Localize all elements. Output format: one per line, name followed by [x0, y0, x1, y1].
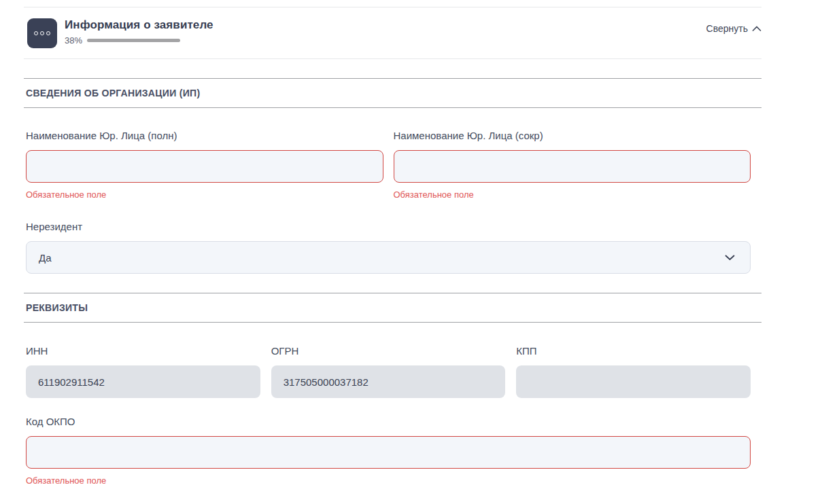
chevron-up-icon [752, 23, 761, 34]
ellipsis-icon [27, 18, 57, 48]
ellipsis-dot [40, 31, 44, 35]
inn-label: ИНН [26, 345, 260, 357]
ellipsis-dot [34, 31, 38, 35]
page-title: Информация о заявителе [65, 18, 213, 32]
field-org-full-name: Наименование Юр. Лица (полн) Обязательно… [26, 130, 383, 200]
section-head-organization: СВЕДЕНИЯ ОБ ОРГАНИЗАЦИИ (ИП) [24, 78, 761, 108]
org-full-name-label: Наименование Юр. Лица (полн) [26, 130, 383, 141]
org-short-name-label: Наименование Юр. Лица (сокр) [394, 130, 751, 141]
organization-fields: Наименование Юр. Лица (полн) Обязательно… [26, 130, 751, 274]
kpp-input [516, 365, 751, 398]
collapse-label: Свернуть [706, 23, 748, 34]
org-name-row: Наименование Юр. Лица (полн) Обязательно… [26, 130, 751, 200]
org-full-name-input[interactable] [26, 150, 383, 183]
progress-row: 38% [65, 35, 213, 46]
applicant-form-page: Информация о заявителе 38% Свернуть СВЕД… [24, 0, 761, 504]
nonresident-value: Да [39, 252, 52, 264]
field-okpo: Код ОКПО Обязательное поле [26, 416, 751, 486]
collapse-button[interactable]: Свернуть [706, 23, 761, 34]
okpo-input[interactable] [26, 436, 751, 469]
ogrn-input [271, 365, 506, 398]
field-inn: ИНН [26, 345, 260, 398]
field-nonresident: Нерезидент Да [26, 221, 751, 274]
okpo-error: Обязательное поле [26, 475, 751, 486]
inn-input [26, 365, 260, 398]
okpo-label: Код ОКПО [26, 416, 751, 427]
kpp-label: КПП [516, 345, 751, 357]
section-title-organization: СВЕДЕНИЯ ОБ ОРГАНИЗАЦИИ (ИП) [26, 88, 759, 98]
ogrn-label: ОГРН [271, 345, 506, 357]
section-head-requisites: РЕКВИЗИТЫ [24, 293, 761, 323]
card-header: Информация о заявителе 38% Свернуть [24, 7, 761, 59]
card-header-texts: Информация о заявителе 38% [65, 18, 213, 46]
progress-percent-label: 38% [65, 35, 82, 46]
org-short-name-input[interactable] [394, 150, 751, 183]
card-header-left: Информация о заявителе 38% [27, 18, 213, 48]
chevron-down-icon [725, 255, 735, 261]
org-full-name-error: Обязательное поле [26, 190, 383, 200]
field-org-short-name: Наименование Юр. Лица (сокр) Обязательно… [394, 130, 751, 200]
section-title-requisites: РЕКВИЗИТЫ [26, 302, 759, 313]
progress-bar [87, 39, 180, 42]
ellipsis-dot [46, 31, 50, 35]
field-ogrn: ОГРН [271, 345, 506, 398]
nonresident-select[interactable]: Да [26, 241, 751, 274]
field-kpp: КПП [516, 345, 751, 398]
nonresident-label: Нерезидент [26, 221, 751, 232]
requisites-fields: ИНН ОГРН КПП Код ОКПО Обязательное поле [26, 345, 751, 486]
requisites-row: ИНН ОГРН КПП [26, 345, 751, 398]
org-short-name-error: Обязательное поле [394, 190, 751, 200]
